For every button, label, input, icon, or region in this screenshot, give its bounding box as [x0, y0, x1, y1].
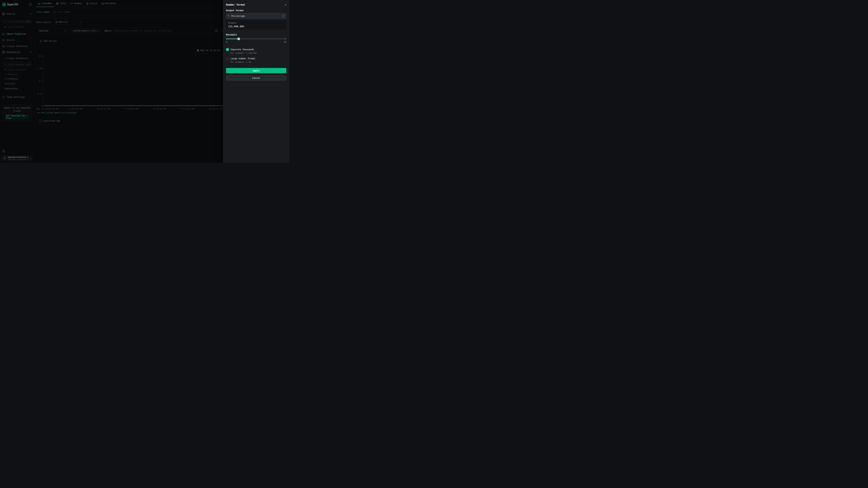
decimals-min: 0 [226, 41, 227, 43]
large-number-label: Large number format [230, 57, 255, 60]
separate-thousands-label: Separate thousands [230, 48, 254, 51]
percent-icon: % [228, 14, 229, 17]
output-format-label: Output format [226, 9, 286, 12]
separate-thousands-row[interactable]: Separate thousands [226, 48, 286, 51]
checkbox-checked[interactable] [226, 48, 229, 51]
decimals-slider[interactable] [226, 38, 286, 40]
decimals-max: 10 [284, 41, 286, 43]
slider-thumb[interactable] [238, 38, 240, 40]
cancel-button[interactable]: Cancel [226, 75, 286, 80]
apply-button[interactable]: Apply [226, 68, 286, 73]
output-format-select[interactable]: % Percentage [226, 13, 286, 19]
slider-end-dot [285, 39, 286, 39]
close-icon[interactable]: ✕ [285, 3, 286, 6]
separate-thousands-example: For example: 1,234,567 [230, 52, 286, 54]
slider-start-dot [226, 39, 227, 39]
panel-title: Number format [226, 3, 245, 6]
output-format-value: Percentage [231, 14, 245, 18]
number-format-panel: Number format ✕ Output format % Percenta… [223, 0, 289, 163]
large-number-row[interactable]: Large number format [226, 57, 286, 60]
large-number-example: For example: 1.2m [230, 61, 286, 63]
checkbox-unchecked[interactable] [226, 57, 229, 60]
decimals-label: Decimals [226, 33, 286, 36]
example-card: Example 123,400.00% [226, 20, 286, 30]
slider-fill [226, 38, 239, 39]
example-value: 123,400.00% [228, 25, 284, 28]
select-chevrons-icon [282, 14, 284, 18]
example-label: Example [228, 22, 284, 24]
